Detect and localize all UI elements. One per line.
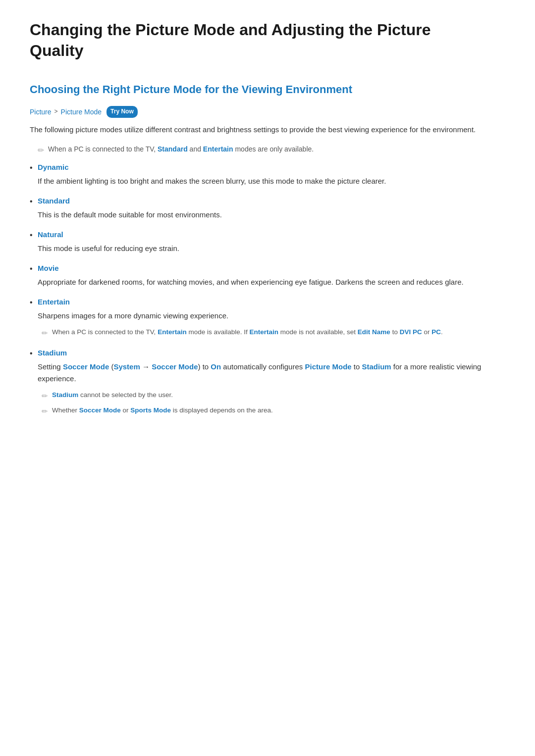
stadium-note-2: ✏ Whether Soccer Mode or Sports Mode is … (38, 405, 505, 417)
stadium-note-link: Stadium (52, 391, 78, 399)
mode-entertain-desc: Sharpens images for a more dynamic viewi… (38, 311, 228, 320)
mode-stadium-desc: Setting Soccer Mode (System → Soccer Mod… (38, 362, 481, 383)
stadium-note-2-text: Whether Soccer Mode or Sports Mode is di… (52, 405, 273, 416)
entertain-note-1: ✏ When a PC is connected to the TV, Ente… (38, 327, 505, 339)
pc-note: ✏ When a PC is connected to the TV, Stan… (38, 144, 505, 157)
breadcrumb: Picture > Picture Mode Try Now (30, 106, 505, 117)
sports-mode-note-link: Sports Mode (130, 406, 171, 414)
list-item-stadium: Stadium Setting Soccer Mode (System → So… (30, 347, 505, 417)
list-item-dynamic: Dynamic If the ambient lighting is too b… (30, 161, 505, 187)
mode-standard-desc: This is the default mode suitable for mo… (38, 210, 222, 219)
on-link: On (211, 362, 221, 371)
breadcrumb-picture-link[interactable]: Picture (30, 106, 52, 117)
modes-list: Dynamic If the ambient lighting is too b… (30, 161, 505, 417)
pc-note-text: When a PC is connected to the TV, Standa… (48, 144, 314, 154)
dvi-pc-link: DVI PC (400, 328, 422, 336)
mode-natural-title: Natural (38, 229, 505, 241)
entertain-link-2: Entertain (249, 328, 278, 336)
try-now-badge[interactable]: Try Now (107, 106, 138, 117)
entertain-link-1: Entertain (158, 328, 187, 336)
mode-entertain-title: Entertain (38, 296, 505, 308)
mode-natural-desc: This mode is useful for reducing eye str… (38, 244, 179, 252)
pencil-icon-entertain: ✏ (42, 327, 48, 339)
edit-name-link: Edit Name (358, 328, 390, 336)
soccer-mode-link-2: Soccer Mode (152, 362, 198, 371)
entertain-link-note: Entertain (203, 145, 233, 153)
list-item-natural: Natural This mode is useful for reducing… (30, 229, 505, 254)
soccer-mode-note-link: Soccer Mode (79, 406, 121, 414)
mode-dynamic-desc: If the ambient lighting is too bright an… (38, 177, 386, 185)
pc-link: PC (431, 328, 441, 336)
pencil-icon-stadium-2: ✏ (42, 405, 48, 417)
list-item-standard: Standard This is the default mode suitab… (30, 195, 505, 221)
breadcrumb-picture-mode-link[interactable]: Picture Mode (61, 106, 102, 117)
standard-link-note: Standard (158, 145, 188, 153)
stadium-note-1: ✏ Stadium cannot be selected by the user… (38, 390, 505, 402)
entertain-note-1-text: When a PC is connected to the TV, Entert… (52, 327, 443, 338)
system-link: System (113, 362, 140, 371)
stadium-note-1-text: Stadium cannot be selected by the user. (52, 390, 173, 401)
section-heading: Choosing the Right Picture Mode for the … (30, 81, 505, 98)
entertain-notes: ✏ When a PC is connected to the TV, Ente… (38, 327, 505, 339)
intro-text: The following picture modes utilize diff… (30, 124, 505, 136)
picture-mode-link: Picture Mode (305, 362, 351, 371)
breadcrumb-separator: > (54, 107, 58, 116)
stadium-notes: ✏ Stadium cannot be selected by the user… (38, 390, 505, 417)
page-title: Changing the Picture Mode and Adjusting … (30, 20, 505, 61)
pencil-icon: ✏ (38, 144, 44, 157)
stadium-link: Stadium (362, 362, 391, 371)
mode-dynamic-title: Dynamic (38, 161, 505, 173)
pencil-icon-stadium-1: ✏ (42, 390, 48, 402)
mode-movie-desc: Appropriate for darkened rooms, for watc… (38, 278, 464, 286)
list-item-movie: Movie Appropriate for darkened rooms, fo… (30, 262, 505, 288)
mode-standard-title: Standard (38, 195, 505, 207)
mode-movie-title: Movie (38, 262, 505, 274)
soccer-mode-link: Soccer Mode (63, 362, 109, 371)
list-item-entertain: Entertain Sharpens images for a more dyn… (30, 296, 505, 339)
mode-stadium-title: Stadium (38, 347, 505, 359)
